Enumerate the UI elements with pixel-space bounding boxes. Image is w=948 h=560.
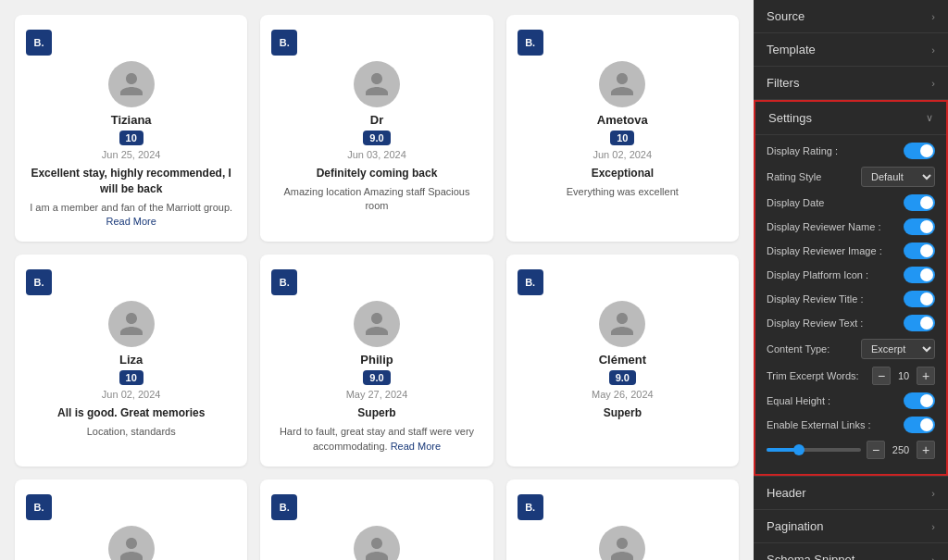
platform-badge-9: B. [518,494,543,520]
setting-row-platform-icon: Display Platform Icon : [767,267,935,283]
slider-row: − 250 + [767,441,935,459]
avatar-7 [108,526,155,560]
enable-external-links-label: Enable External Links : [767,419,904,430]
display-reviewer-image-label: Display Reviewer Image : [767,245,904,256]
display-review-text-toggle[interactable] [904,315,935,331]
setting-row-display-rating: Display Rating : [767,143,935,159]
setting-row-display-date: Display Date [767,194,935,211]
sidebar-item-header[interactable]: Header › [754,476,948,510]
review-card-2: B. Dr 9.0 Jun 03, 2024 Definitely coming… [260,15,493,242]
review-title-3: Exceptional [592,166,654,181]
platform-badge-5: B. [271,269,297,295]
avatar-9 [599,526,645,560]
review-card-7: B. Isabelle 8.0 May 17, 2024 [15,479,247,560]
review-title-6: Superb [604,405,642,421]
rating-badge-6: 9.0 [609,370,636,385]
slider-increment[interactable]: + [917,441,935,459]
display-reviewer-image-toggle[interactable] [904,243,935,259]
avatar-5 [354,301,400,347]
display-platform-icon-label: Display Platform Icon : [767,269,904,280]
equal-height-label: Equal Height : [767,395,904,406]
display-rating-label: Display Rating : [767,145,904,156]
display-review-text-label: Display Review Text : [767,317,904,329]
settings-body: Display Rating : Rating Style Default Di… [755,135,946,474]
reviewer-name-1: Tiziana [111,113,152,127]
display-review-title-label: Display Review Title : [767,293,904,305]
setting-row-content-type: Content Type: Excerpt [767,339,935,359]
rating-style-label: Rating Style [767,171,861,182]
review-date-3: Jun 02, 2024 [593,149,653,160]
review-card-9: B. Franziska 10 Apr 28, 2024 [506,479,739,560]
review-card-8: B. Anton 10 May 15, 2024 [260,479,493,560]
read-more-link-1[interactable]: Read More [106,216,156,227]
rating-badge-4: 10 [119,370,143,385]
right-sidebar: Source › Template › Filters › Settings ∨… [754,0,948,560]
slider-value-group: − 250 + [867,441,935,459]
slider-fill [767,448,795,452]
review-text-3: Everything was excellent [567,185,679,199]
sidebar-item-template[interactable]: Template › [754,33,948,67]
slider-decrement[interactable]: − [867,441,885,459]
setting-row-review-title: Display Review Title : [767,291,935,307]
platform-badge-8: B. [271,494,297,520]
setting-row-external-links: Enable External Links : [767,417,935,433]
avatar-4 [108,301,155,347]
read-more-link-5[interactable]: Read More [391,441,441,452]
slider-thumb[interactable] [793,444,805,455]
content-type-select[interactable]: Excerpt [861,339,935,359]
chevron-right-icon-source: › [931,11,935,22]
reviewer-name-3: Ametova [597,113,648,127]
slider-value: 250 [888,444,914,455]
review-card-5: B. Philip 9.0 May 27, 2024 Superb Hard t… [260,255,493,467]
sidebar-item-source[interactable]: Source › [754,0,948,33]
trim-excerpt-decrement[interactable]: − [872,367,891,385]
setting-row-reviewer-image: Display Reviewer Image : [767,243,935,259]
platform-badge-4: B. [26,269,52,295]
rating-badge-5: 9.0 [363,370,390,385]
display-review-title-toggle[interactable] [904,291,935,307]
setting-row-equal-height: Equal Height : [767,392,935,409]
review-text-4: Location, standards [87,425,176,439]
sidebar-item-schema-snippet[interactable]: Schema Snippet › [754,543,948,560]
chevron-right-icon-header: › [931,488,935,499]
rating-badge-1: 10 [119,131,143,145]
reviewer-name-2: Dr [370,113,383,127]
setting-row-rating-style: Rating Style Default [767,167,935,187]
reviewer-name-4: Liza [119,353,143,367]
trim-excerpt-label: Trim Excerpt Words: [767,370,872,381]
platform-badge-2: B. [271,30,297,56]
platform-badge-6: B. [518,269,543,295]
sidebar-item-pagination[interactable]: Pagination › [754,510,948,543]
review-card-6: B. Clément 9.0 May 26, 2024 Superb [506,255,739,467]
display-date-toggle[interactable] [904,194,935,211]
display-reviewer-name-label: Display Reviewer Name : [767,221,904,232]
review-card-3: B. Ametova 10 Jun 02, 2024 Exceptional E… [506,15,739,242]
review-date-2: Jun 03, 2024 [347,149,406,160]
avatar-6 [599,301,645,347]
review-text-2: Amazing location Amazing staff Spacious … [271,185,481,214]
review-title-5: Superb [357,405,395,421]
setting-row-trim-excerpt: Trim Excerpt Words: − 10 + [767,367,935,385]
platform-badge-1: B. [26,30,52,56]
avatar-1 [108,61,155,107]
avatar-8 [354,526,400,560]
chevron-right-icon-template: › [931,44,935,56]
slider-track[interactable] [767,448,861,452]
platform-badge-3: B. [518,30,543,56]
equal-height-toggle[interactable] [904,392,935,409]
review-date-1: Jun 25, 2024 [102,149,161,160]
review-title-4: All is good. Great memories [57,405,205,421]
sidebar-item-filters[interactable]: Filters › [754,67,948,100]
rating-style-select[interactable]: Default [861,167,935,187]
display-reviewer-name-toggle[interactable] [904,218,935,235]
avatar-2 [354,61,400,107]
trim-excerpt-increment[interactable]: + [917,367,935,385]
enable-external-links-toggle[interactable] [904,417,935,433]
avatar-3 [599,61,645,107]
platform-badge-7: B. [26,494,52,520]
reviewer-name-5: Philip [360,353,393,367]
settings-header[interactable]: Settings ∨ [755,102,946,135]
display-rating-toggle[interactable] [904,143,935,159]
display-platform-icon-toggle[interactable] [904,267,935,283]
chevron-right-icon-schema: › [931,554,935,561]
